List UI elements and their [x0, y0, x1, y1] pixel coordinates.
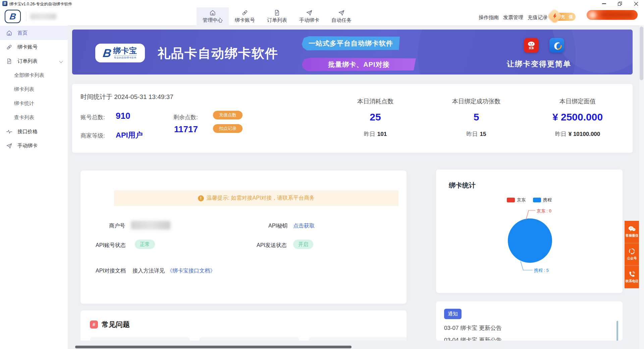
stat-col-bound-value: 本日绑定面值 ¥ 2500.000 昨日¥ 10100.000: [537, 97, 618, 138]
sidebar-item-card-query-list[interactable]: 查卡列表: [0, 110, 68, 124]
lightning-icon: [547, 8, 562, 23]
banner-slogan: 让绑卡变得更简单: [492, 59, 586, 69]
banner-brand-logo: B 绑卡宝 专业的自动绑卡软件: [95, 44, 145, 62]
recharge-button[interactable]: 充 值: [550, 12, 576, 22]
phone-icon: [629, 271, 635, 278]
get-secret-link[interactable]: 点击获取: [293, 222, 315, 230]
vertical-scrollbar-thumb[interactable]: [640, 27, 643, 80]
link-invoice-management[interactable]: 发票管理: [503, 14, 523, 21]
sidebar-item-home[interactable]: 首页: [0, 26, 68, 40]
nav-item-order-list[interactable]: 订单列表: [261, 7, 293, 25]
stats-card: 时间统计于 2024-05-31 13:49:37 账号总数: 910 商家等级…: [72, 84, 633, 153]
stat-col-points-consumed: 本日消耗点数 25 昨日101: [335, 97, 416, 138]
faq-item[interactable]: [309, 337, 407, 341]
sidebar-item-manual-binding[interactable]: 手动绑卡: [0, 139, 68, 153]
notice-scrollbar-thumb[interactable]: [616, 321, 618, 341]
recharge-points-button[interactable]: 充值点数: [213, 111, 243, 119]
horizontal-scrollbar-thumb[interactable]: [75, 346, 352, 348]
nav-item-manual-binding[interactable]: 手动绑卡: [293, 7, 325, 25]
nav-item-auto-tasks[interactable]: 自动任务: [325, 7, 358, 25]
close-button[interactable]: [629, 0, 643, 7]
faq-item[interactable]: [199, 337, 299, 341]
chevron-down-icon: [59, 59, 63, 63]
stat-value: 5: [436, 111, 517, 123]
sidebar-item-api-price[interactable]: 接口价格: [0, 124, 68, 139]
banner-badge-purple: 批量绑卡、API对接: [302, 58, 416, 71]
stat-value: 25: [335, 111, 416, 123]
pie-label-jd: 京东 : 0: [537, 208, 551, 214]
sidebar-item-binding-stats[interactable]: 绑卡统计: [0, 96, 68, 110]
notifications-panel: 通知 03-07 绑卡宝 更新公告 03-04 绑卡宝 更新公告: [436, 301, 623, 341]
wechat-icon: [628, 226, 636, 232]
sidebar-item-binding-list[interactable]: 绑卡列表: [0, 82, 68, 96]
jd-label: 京东: [529, 47, 534, 50]
sidebar-item-all-binding-list[interactable]: 全部绑卡列表: [0, 68, 68, 82]
api-info-panel: ! 温馨提示: 如需对接API对接，请联系平台商务 商户号 API秘钥 点击获取…: [80, 170, 407, 304]
sidebar-label: 绑卡账号: [17, 44, 38, 50]
sidebar-label: 首页: [17, 30, 28, 36]
nav-label: 手动绑卡: [299, 17, 319, 23]
sidebar-item-order-list[interactable]: 订单列表: [0, 54, 68, 68]
platform-app-icons: 京东: [524, 38, 564, 53]
stat-col-cards-bound: 本日绑定成功张数 5 昨日15: [436, 97, 517, 138]
nav-item-management-center[interactable]: 管理中心: [197, 7, 229, 25]
link-operation-guide[interactable]: 操作指南: [479, 14, 499, 21]
api-account-status-badge: 正常: [135, 240, 155, 249]
header: B 管理中心 绑卡账号 订单列表: [0, 7, 644, 25]
document-icon: [274, 9, 280, 16]
jd-app-icon: 京东: [524, 38, 539, 53]
restore-button[interactable]: [612, 0, 627, 7]
chart-title: 绑卡统计: [449, 181, 476, 190]
home-icon: [6, 30, 12, 36]
vertical-scrollbar[interactable]: [639, 25, 644, 349]
ctrip-app-icon: [549, 38, 564, 53]
window-titlebar: B 绑卡宝v1.0.26-专业的自动绑卡软件: [0, 0, 644, 7]
hash-icon: #: [90, 320, 98, 329]
deduction-log-button[interactable]: 扣点记录: [213, 124, 243, 133]
hero-banner: B 绑卡宝 专业的自动绑卡软件 礼品卡自动绑卡软件 一站式多平台自动绑卡软件 批…: [72, 30, 633, 74]
account-total-label: 账号总数:: [80, 113, 105, 121]
pulse-icon: [6, 129, 12, 135]
legend-item-ctrip[interactable]: 携程: [533, 197, 552, 203]
binding-stats-panel: 绑卡统计 京东 携程 京东 : 0 携程 : 5: [436, 169, 623, 293]
nav-label: 管理中心: [203, 17, 223, 23]
divider: [26, 12, 26, 21]
header-links: 操作指南 发票管理 充值记录: [479, 14, 548, 21]
sidebar-item-card-accounts[interactable]: 绑卡账号: [0, 40, 68, 54]
chart-legend: 京东 携程: [436, 197, 623, 203]
stats-timestamp: 时间统计于 2024-05-31 13:49:37: [80, 93, 173, 101]
float-label: 联系电话: [625, 279, 638, 283]
float-label: 公众号: [627, 256, 637, 260]
faq-header: # 常见问题: [90, 320, 130, 329]
customer-service-wechat-button[interactable]: 客服微信: [625, 221, 639, 243]
link-recharge-records[interactable]: 充值记录: [528, 14, 548, 21]
banner-logo-subtitle: 专业的自动绑卡软件: [114, 55, 137, 59]
faq-item[interactable]: [90, 337, 190, 341]
points-remaining-value: 11717: [174, 124, 198, 135]
blurred-company-name: [30, 13, 56, 19]
api-account-status-label: API账号状态: [96, 242, 126, 249]
paper-plane-icon: [6, 143, 12, 149]
pie-chart: [508, 218, 552, 263]
api-doc-link[interactable]: 《绑卡宝接口文档》: [167, 267, 215, 275]
paper-plane-icon: [306, 9, 313, 16]
close-icon: [634, 2, 638, 6]
nav-item-card-accounts[interactable]: 绑卡账号: [229, 7, 261, 25]
document-icon: [6, 58, 12, 64]
official-account-button[interactable]: 公众号: [625, 243, 639, 266]
api-doc-prefix: 接入方法详见: [132, 267, 165, 275]
legend-item-jd[interactable]: 京东: [507, 197, 526, 203]
minimize-button[interactable]: [597, 0, 611, 7]
brand-logo: B: [5, 10, 21, 23]
home-icon: [209, 9, 216, 16]
floating-contact-bar: 客服微信 公众号 联系电话: [625, 221, 639, 288]
notice-item[interactable]: 03-04 绑卡宝 更新公告: [444, 336, 502, 341]
banner-logo-title: 绑卡宝: [113, 47, 137, 55]
notice-item[interactable]: 03-07 绑卡宝 更新公告: [444, 324, 502, 332]
sidebar-label: 接口价格: [17, 129, 38, 135]
contact-phone-button[interactable]: 联系电话: [625, 266, 639, 288]
legend-swatch-ctrip: [533, 198, 541, 202]
blurred-user-account-button[interactable]: [587, 10, 638, 20]
stat-prev: 昨日101: [335, 130, 416, 138]
blurred-merchant-id: [131, 221, 170, 230]
